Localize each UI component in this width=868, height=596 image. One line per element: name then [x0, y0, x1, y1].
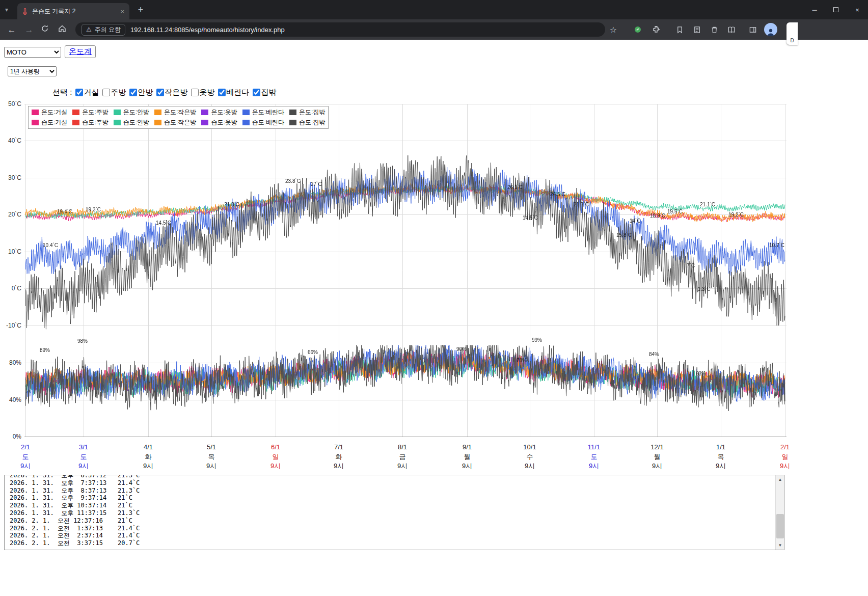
- window-close-button[interactable]: ×: [847, 0, 868, 19]
- log-timestamp: 2026. 2. 1. 오전 12:37:16: [10, 517, 118, 525]
- reload-button[interactable]: [41, 24, 52, 36]
- security-chip[interactable]: ⚠ 주의 요함: [82, 24, 125, 36]
- profile-avatar[interactable]: [764, 23, 777, 36]
- log-timestamp: 2026. 1. 31. 오후 6:37:12: [10, 475, 118, 479]
- address-bar[interactable]: ⚠ 주의 요함 192.168.11.24:8085/esp/homeauto/…: [75, 22, 605, 37]
- x-axis-date-label: 12/1: [650, 443, 663, 451]
- scroll-up-icon[interactable]: ▲: [776, 475, 784, 484]
- log-timestamp: 2026. 1. 31. 오후 7:37:13: [10, 479, 118, 487]
- legend-item: 습도:베란다: [242, 118, 284, 127]
- trash-icon[interactable]: [708, 23, 720, 36]
- chart-annotation: 10.4`C: [43, 242, 58, 248]
- x-axis-time-label: 9시: [462, 462, 472, 471]
- legend-swatch-icon: [154, 120, 161, 125]
- y-axis-temp-tick: 40`C: [0, 137, 21, 145]
- legend-swatch-icon: [242, 120, 250, 125]
- legend-label: 온도:집밖: [299, 108, 325, 117]
- x-axis-time-label: 9시: [143, 462, 153, 471]
- chart-annotation: 27`C: [311, 181, 322, 187]
- legend-item: 습도:주방: [72, 118, 108, 127]
- reading-list-icon[interactable]: [725, 23, 738, 36]
- x-axis-day-label: 토: [80, 452, 87, 462]
- legend-swatch-icon: [72, 110, 79, 115]
- browser-window: ▾ 온습도 기록지 2 × + ─ × ← → ⚠ 주의 요함 192.168.…: [0, 0, 868, 596]
- journal-icon[interactable]: [691, 23, 703, 36]
- legend-label: 습도:집밖: [299, 118, 325, 127]
- log-timestamp: 2026. 1. 31. 오후 9:37:14: [10, 494, 118, 502]
- tab-strip: ▾ 온습도 기록지 2 × + ─ ×: [0, 0, 868, 19]
- legend-item: 온도:집밖: [289, 108, 325, 117]
- extensions-puzzle-icon[interactable]: [650, 23, 662, 36]
- log-row: 2026. 2. 1. 오전 3:37:1520.7`C: [10, 539, 784, 547]
- chart-annotation: 78%: [517, 358, 527, 363]
- tab-close-icon[interactable]: ×: [119, 8, 125, 15]
- legend-swatch-icon: [114, 110, 121, 115]
- legend-label: 온도:안방: [123, 108, 149, 117]
- bookmark-lines-icon[interactable]: [673, 23, 686, 36]
- new-tab-button[interactable]: +: [134, 4, 147, 16]
- chart-legend: 온도:거실온도:주방온도:안방온도:작은방온도:옷방온도:베란다온도:집밖습도:…: [28, 106, 329, 129]
- x-axis-day-label: 월: [654, 452, 661, 462]
- log-area[interactable]: 2026. 1. 31. 오후 6:37:1221.3`C2026. 1. 31…: [4, 475, 784, 550]
- chart-annotation: 14.5`C: [156, 220, 171, 226]
- log-row: 2026. 1. 31. 오후 9:37:1421`C: [10, 494, 784, 502]
- log-timestamp: 2026. 1. 31. 오후 10:37:14: [10, 502, 118, 509]
- home-button[interactable]: [58, 24, 69, 36]
- legend-label: 온도:주방: [82, 108, 108, 117]
- scroll-down-icon[interactable]: ▼: [776, 541, 784, 550]
- y-axis-temp-tick: 0`C: [0, 284, 21, 292]
- x-axis-day-label: 월: [464, 452, 471, 462]
- x-axis-day-label: 목: [718, 452, 724, 462]
- puzzle-icon: [652, 25, 660, 34]
- tab-search-chevron-icon[interactable]: ▾: [5, 6, 8, 13]
- x-axis-date-label: 7/1: [334, 443, 343, 451]
- x-axis-date-label: 3/1: [79, 443, 88, 451]
- log-timestamp: 2026. 2. 1. 오전 1:37:13: [10, 525, 118, 532]
- chart-annotation: 7`C: [687, 263, 695, 268]
- chart-annotation: 14.5`C: [523, 215, 538, 221]
- chart-annotation: 66%: [308, 349, 318, 355]
- window-controls: ─ ×: [804, 0, 868, 19]
- legend-label: 습도:작은방: [164, 118, 196, 127]
- log-scrollbar[interactable]: ▲ ▼: [775, 475, 784, 550]
- tab-active[interactable]: 온습도 기록지 2 ×: [17, 3, 129, 19]
- chart-annotation: 10.7`C: [769, 242, 784, 248]
- extension-green-icon[interactable]: [632, 23, 644, 36]
- page-content: MOTO 온도계 1년 사용량 선택 : 거실주방안방작은방옷방베란다집밖 온도…: [0, 40, 868, 596]
- log-value: 21.4`C: [118, 525, 140, 532]
- back-button[interactable]: ←: [6, 24, 17, 36]
- y-axis-temp-tick: -10`C: [0, 321, 21, 330]
- log-timestamp: 2026. 1. 31. 오후 11:37:15: [10, 509, 118, 517]
- x-axis-time-label: 9시: [78, 462, 89, 471]
- legend-item: 온도:거실: [32, 108, 67, 117]
- x-axis-time-label: 9시: [780, 462, 790, 471]
- reload-icon: [41, 24, 49, 33]
- y-axis-hum-tick: 80%: [0, 359, 21, 367]
- x-axis-date-label: 9/1: [463, 443, 472, 451]
- log-value: 21.3`C: [118, 509, 140, 517]
- x-axis-time-label: 9시: [589, 462, 599, 471]
- chart-annotation: 19.2`C: [728, 212, 744, 218]
- chart-annotation: 21.1`C: [700, 202, 715, 207]
- side-panel-icon[interactable]: [747, 23, 759, 36]
- person-icon: [766, 28, 775, 36]
- x-axis-date-label: 10/1: [523, 443, 536, 451]
- x-axis-date-label: 2/1: [780, 443, 790, 451]
- list-icon: [693, 26, 701, 34]
- window-maximize-button[interactable]: [825, 0, 847, 19]
- y-axis-temp-tick: 20`C: [0, 210, 21, 219]
- x-axis-date-label: 2/1: [21, 443, 30, 451]
- legend-label: 온도:작은방: [164, 108, 196, 117]
- window-minimize-button[interactable]: ─: [804, 0, 825, 19]
- x-axis-day-label: 토: [591, 452, 598, 462]
- forward-button[interactable]: →: [23, 24, 35, 36]
- scrollbar-thumb[interactable]: [776, 514, 784, 538]
- bookmark-star-icon[interactable]: ☆: [607, 23, 619, 36]
- home-icon: [58, 24, 66, 33]
- log-value: 21.4`C: [118, 479, 140, 487]
- green-leaf-icon: [634, 26, 641, 33]
- legend-swatch-icon: [32, 110, 39, 115]
- side-panel-peek[interactable]: D: [786, 22, 798, 45]
- x-axis-day-label: 목: [208, 452, 215, 462]
- log-value: 20.7`C: [118, 539, 140, 547]
